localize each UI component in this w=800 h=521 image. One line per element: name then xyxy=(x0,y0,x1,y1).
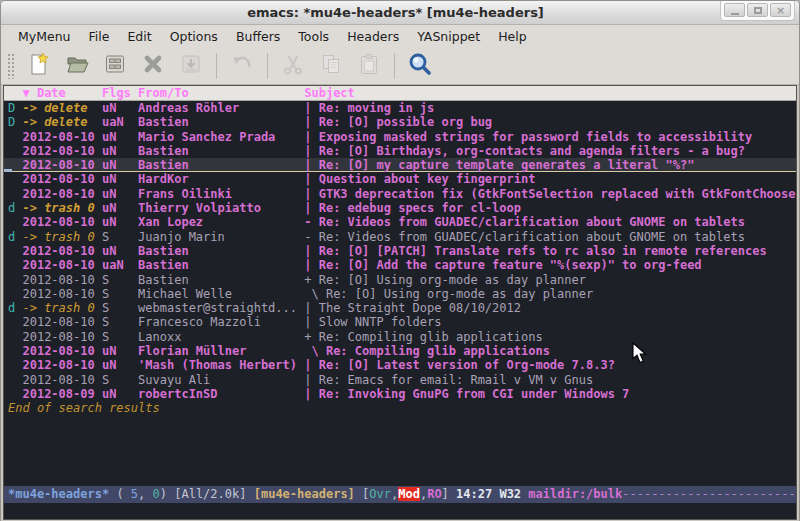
modeline-segment: RO xyxy=(427,487,441,501)
message-flags: uN xyxy=(102,344,138,358)
buffer-empty-area xyxy=(4,416,796,486)
message-row[interactable]: 2012-08-10 uN HardKor | Question about k… xyxy=(4,172,796,186)
column-date[interactable]: Date xyxy=(37,86,102,100)
message-date: 2012-08-10 xyxy=(22,215,101,229)
column-from[interactable]: From/To xyxy=(138,86,304,100)
message-mark: D xyxy=(8,101,22,115)
message-from: Lanoxx xyxy=(138,330,304,344)
modeline-segment: Mod xyxy=(398,487,420,501)
headers-column-row[interactable]: ▼ Date Flgs From/To Subject xyxy=(4,86,796,101)
message-row[interactable]: 2012-08-10 uN Bastien | Re: [O] [PATCH] … xyxy=(4,244,796,258)
message-flags: S xyxy=(102,373,138,387)
message-row[interactable]: 2012-08-10 S Michael Welle \ Re: [O] Usi… xyxy=(4,287,796,301)
message-from: Francesco Mazzoli xyxy=(138,315,304,329)
menu-item-mymenu[interactable]: MyMenu xyxy=(9,27,80,46)
message-row[interactable]: 2012-08-10 uN Bastien | Re: [O] my captu… xyxy=(4,158,796,172)
message-flags: uN xyxy=(102,187,138,201)
toolbar-paste-button xyxy=(353,51,385,81)
toolbar-new-file-button[interactable] xyxy=(23,51,55,81)
undo-icon xyxy=(230,52,254,80)
close-button[interactable]: × xyxy=(770,3,791,17)
message-subject: | Re: [O] possible org bug xyxy=(304,115,492,129)
message-mark xyxy=(8,373,22,387)
message-date: 2012-08-10 xyxy=(22,258,101,272)
message-row[interactable]: d -> trash 0 S Juanjo Marin - Re: Videos… xyxy=(4,230,796,244)
message-subject: | Re: [O] Add the capture feature "%(sex… xyxy=(304,258,701,272)
message-from: Andreas Röhler xyxy=(138,101,304,115)
minimize-button[interactable] xyxy=(724,3,745,17)
message-subject: | Re: [O] my capture template generates … xyxy=(304,158,694,172)
message-mark xyxy=(8,344,22,358)
message-row[interactable]: 2012-08-10 uN Mario Sanchez Prada | Expo… xyxy=(4,130,796,144)
toolbar-open-folder-button[interactable] xyxy=(61,51,93,81)
message-row[interactable]: d -> trash 0 uN Thierry Volpiatto | Re: … xyxy=(4,201,796,215)
message-subject: | The Straight Dope 08/10/2012 xyxy=(304,301,521,315)
message-row[interactable]: d -> trash 0 S webmaster@straightd... | … xyxy=(4,301,796,315)
message-mark xyxy=(8,258,22,272)
message-date: 2012-08-10 xyxy=(22,330,101,344)
menu-item-help[interactable]: Help xyxy=(489,27,536,46)
modeline-segment: [mu4e-headers] xyxy=(254,487,362,501)
message-mark xyxy=(8,315,22,329)
menu-item-edit[interactable]: Edit xyxy=(118,27,160,46)
column-subject[interactable]: Subject xyxy=(304,86,355,100)
message-from: robertcInSD xyxy=(138,387,304,401)
message-from: Bastien xyxy=(138,244,304,258)
message-row[interactable]: 2012-08-10 S Suvayu Ali | Re: Emacs for … xyxy=(4,373,796,387)
message-subject: | GTK3 deprecation fix (GtkFontSelection… xyxy=(304,187,796,201)
minimize-icon xyxy=(731,13,739,15)
maximize-button[interactable] xyxy=(747,3,768,17)
mu4e-headers-buffer[interactable]: ▼ Date Flgs From/To Subject D -> delete … xyxy=(3,85,797,520)
end-of-results: End of search results xyxy=(4,401,796,415)
toolbar-save-button[interactable] xyxy=(99,51,131,81)
message-row[interactable]: 2012-08-10 uN Frans Oilinki | GTK3 depre… xyxy=(4,187,796,201)
message-row[interactable]: 2012-08-10 S Lanoxx + Re: Compiling glib… xyxy=(4,330,796,344)
open-folder-icon xyxy=(65,52,89,80)
message-date: 2012-08-10 xyxy=(22,273,101,287)
message-subject: | Re: Invoking GnuPG from CGI under Wind… xyxy=(304,387,629,401)
menu-item-headers[interactable]: Headers xyxy=(338,27,408,46)
toolbar-search-button[interactable] xyxy=(404,51,436,81)
message-from: Bastien xyxy=(138,144,304,158)
titlebar[interactable]: emacs: *mu4e-headers* [mu4e-headers] × xyxy=(1,1,799,25)
toolbar-delete-button[interactable] xyxy=(137,51,169,81)
menu-item-options[interactable]: Options xyxy=(161,27,227,46)
column-flags[interactable]: Flgs xyxy=(102,86,138,100)
message-date: 2012-08-10 xyxy=(22,315,101,329)
message-row[interactable]: 2012-08-09 uN robertcInSD | Re: Invoking… xyxy=(4,387,796,401)
message-mark: d xyxy=(8,301,22,315)
message-date: -> delete xyxy=(22,115,101,129)
message-row[interactable]: 2012-08-10 uN 'Mash (Thomas Herbert) | R… xyxy=(4,358,796,372)
toolbar-grip[interactable] xyxy=(7,53,15,79)
menu-item-buffers[interactable]: Buffers xyxy=(227,27,289,46)
message-row[interactable]: 2012-08-10 S Bastien + Re: [O] Using org… xyxy=(4,273,796,287)
message-mark: d xyxy=(8,201,22,215)
menu-item-yasnippet[interactable]: YASnippet xyxy=(408,27,489,46)
message-from: Bastien xyxy=(138,258,304,272)
message-from: Juanjo Marin xyxy=(138,230,304,244)
message-mark xyxy=(8,144,22,158)
message-row[interactable]: 2012-08-10 uaN Bastien | Re: [O] Add the… xyxy=(4,258,796,272)
toolbar-save-as-button xyxy=(175,51,207,81)
message-row[interactable]: 2012-08-10 S Francesco Mazzoli | Slow NN… xyxy=(4,315,796,329)
message-subject: | Exposing masked strings for password f… xyxy=(304,130,752,144)
modeline-segment: 0 xyxy=(153,487,160,501)
modeline-segment: maildir:/bulk xyxy=(528,487,622,501)
message-mark xyxy=(8,273,22,287)
save-icon xyxy=(103,52,127,80)
toolbar-separator xyxy=(267,53,268,79)
message-row[interactable]: D -> delete uaN Bastien | Re: [O] possib… xyxy=(4,115,796,129)
message-row[interactable]: 2012-08-10 uN Florian Müllner \ Re: Comp… xyxy=(4,344,796,358)
message-row[interactable]: D -> delete uN Andreas Röhler | Re: movi… xyxy=(4,101,796,115)
message-row[interactable]: 2012-08-10 uN Bastien | Re: [O] Birthday… xyxy=(4,144,796,158)
message-subject: + Re: Compiling glib applications xyxy=(304,330,542,344)
column-sort-indicator: ▼ xyxy=(8,86,37,100)
message-flags: uN xyxy=(102,244,138,258)
menu-item-tools[interactable]: Tools xyxy=(289,27,338,46)
message-row[interactable]: 2012-08-10 uN Xan Lopez - Re: Videos fro… xyxy=(4,215,796,229)
menu-item-file[interactable]: File xyxy=(80,27,119,46)
message-from: webmaster@straightd... xyxy=(138,301,304,315)
mode-line[interactable]: *mu4e-headers* ( 5, 0) [All/2.0k] [mu4e-… xyxy=(4,486,796,503)
message-flags: uN xyxy=(102,387,138,401)
modeline-segment: ---------------------------- xyxy=(622,487,796,501)
